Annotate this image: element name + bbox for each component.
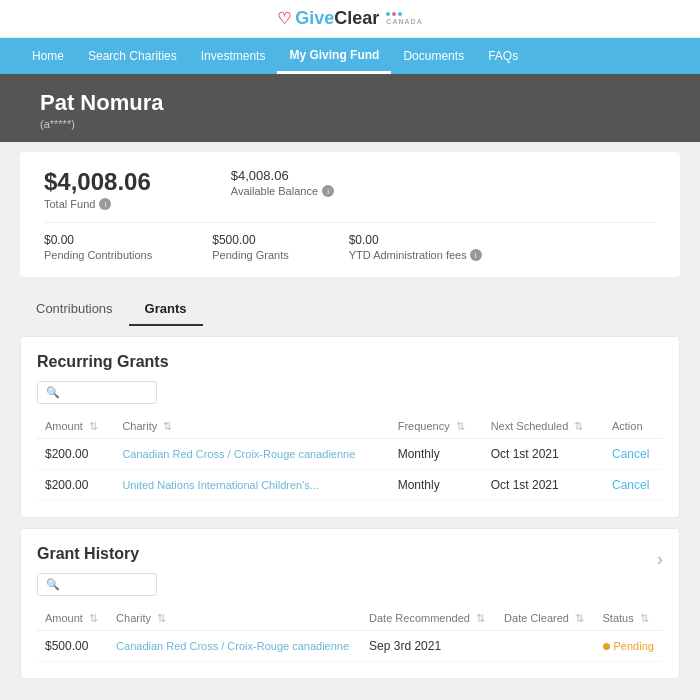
logo-tagline: CANADA: [386, 18, 422, 25]
col-charity: Charity ⇅: [114, 414, 389, 439]
sort-next-icon[interactable]: ⇅: [574, 420, 584, 430]
grant-search-icon: 🔍: [46, 578, 60, 591]
table-row: $200.00 United Nations International Chi…: [37, 470, 663, 501]
tab-grants[interactable]: Grants: [129, 293, 203, 326]
col-frequency: Frequency ⇅: [390, 414, 483, 439]
pending-grants-amount: $500.00: [212, 233, 288, 247]
row2-next-scheduled: Oct 1st 2021: [483, 470, 604, 501]
user-id: (a*****): [40, 118, 660, 130]
recurring-grants-title: Recurring Grants: [37, 353, 663, 371]
logo-dot-3: [398, 12, 402, 16]
tabs: Contributions Grants: [20, 293, 680, 326]
nav-search-charities[interactable]: Search Charities: [76, 38, 189, 74]
top-bar: ♡ GiveClear CANADA: [0, 0, 700, 38]
total-fund-info-icon[interactable]: i: [99, 198, 111, 210]
total-fund-amount: $4,008.06: [44, 168, 151, 196]
gh-row1-date-cleared: [496, 631, 594, 662]
total-fund-stat: $4,008.06 Total Fund i: [44, 168, 151, 210]
ytd-admin-fees-amount: $0.00: [349, 233, 482, 247]
sort-frequency-icon[interactable]: ⇅: [456, 420, 466, 430]
stats-container: $4,008.06 Total Fund i $4,008.06 Availab…: [20, 152, 680, 277]
available-balance-label: Available Balance i: [231, 185, 334, 197]
pending-grants-stat: $500.00 Pending Grants: [212, 233, 288, 261]
pending-contributions-amount: $0.00: [44, 233, 152, 247]
gh-row1-status: Pending: [595, 631, 663, 662]
logo-dot-2: [392, 12, 396, 16]
nav-documents[interactable]: Documents: [391, 38, 476, 74]
cancel-button-1[interactable]: Cancel: [612, 447, 649, 461]
row1-action: Cancel: [604, 439, 663, 470]
pending-grants-label: Pending Grants: [212, 249, 288, 261]
table-row: $500.00 Canadian Red Cross / Croix-Rouge…: [37, 631, 663, 662]
gh-sort-date-rec-icon[interactable]: ⇅: [476, 612, 486, 622]
row1-charity: Canadian Red Cross / Croix-Rouge canadie…: [114, 439, 389, 470]
nav-investments[interactable]: Investments: [189, 38, 278, 74]
grant-history-section: Grant History › 🔍 Amount ⇅ Charity ⇅: [20, 528, 680, 679]
gh-sort-amount-icon[interactable]: ⇅: [89, 612, 99, 622]
row1-amount: $200.00: [37, 439, 114, 470]
nav-my-giving-fund[interactable]: My Giving Fund: [277, 38, 391, 74]
gh-row1-charity: Canadian Red Cross / Croix-Rouge canadie…: [108, 631, 361, 662]
ytd-admin-fees-stat: $0.00 YTD Administration fees i: [349, 233, 482, 261]
gh-col-status: Status ⇅: [595, 606, 663, 631]
sort-charity-icon[interactable]: ⇅: [163, 420, 173, 430]
gh-sort-status-icon[interactable]: ⇅: [640, 612, 650, 622]
available-balance-amount: $4,008.06: [231, 168, 334, 183]
row2-amount: $200.00: [37, 470, 114, 501]
available-balance-info-icon[interactable]: i: [322, 185, 334, 197]
row1-frequency: Monthly: [390, 439, 483, 470]
recurring-grants-section: Recurring Grants 🔍 Amount ⇅ Charity ⇅ Fr…: [20, 336, 680, 518]
pending-contributions-label: Pending Contributions: [44, 249, 152, 261]
user-header: Pat Nomura (a*****): [0, 74, 700, 142]
logo-give: GiveClear: [295, 8, 379, 29]
gh-sort-date-cleared-icon[interactable]: ⇅: [575, 612, 585, 622]
sort-amount-icon[interactable]: ⇅: [89, 420, 99, 430]
row1-next-scheduled: Oct 1st 2021: [483, 439, 604, 470]
tab-contributions[interactable]: Contributions: [20, 293, 129, 326]
table-row: $200.00 Canadian Red Cross / Croix-Rouge…: [37, 439, 663, 470]
total-fund-label: Total Fund i: [44, 198, 151, 210]
search-icon: 🔍: [46, 386, 60, 399]
gh-sort-charity-icon[interactable]: ⇅: [157, 612, 167, 622]
gh-col-amount: Amount ⇅: [37, 606, 108, 631]
nav-home[interactable]: Home: [20, 38, 76, 74]
col-next-scheduled: Next Scheduled ⇅: [483, 414, 604, 439]
ytd-admin-fees-label: YTD Administration fees i: [349, 249, 482, 261]
col-amount: Amount ⇅: [37, 414, 114, 439]
gh-col-charity: Charity ⇅: [108, 606, 361, 631]
recurring-grants-table: Amount ⇅ Charity ⇅ Frequency ⇅ Next Sche…: [37, 414, 663, 501]
pending-dot-icon: [603, 643, 610, 650]
pending-contributions-stat: $0.00 Pending Contributions: [44, 233, 152, 261]
grant-history-search[interactable]: 🔍: [37, 573, 157, 596]
gh-row1-date-rec: Sep 3rd 2021: [361, 631, 496, 662]
row2-frequency: Monthly: [390, 470, 483, 501]
ytd-admin-info-icon[interactable]: i: [470, 249, 482, 261]
user-name: Pat Nomura: [40, 90, 660, 116]
recurring-grants-search[interactable]: 🔍: [37, 381, 157, 404]
expand-icon[interactable]: ›: [657, 549, 663, 570]
grant-history-title: Grant History: [37, 545, 139, 563]
logo: ♡ GiveClear CANADA: [277, 8, 422, 29]
row2-charity: United Nations International Children's.…: [114, 470, 389, 501]
cancel-button-2[interactable]: Cancel: [612, 478, 649, 492]
gh-col-date-cleared: Date Cleared ⇅: [496, 606, 594, 631]
row2-action: Cancel: [604, 470, 663, 501]
status-badge: Pending: [603, 640, 655, 652]
nav-faqs[interactable]: FAQs: [476, 38, 530, 74]
available-balance-stat: $4,008.06 Available Balance i: [231, 168, 334, 197]
gh-row1-amount: $500.00: [37, 631, 108, 662]
grant-history-table: Amount ⇅ Charity ⇅ Date Recommended ⇅ Da…: [37, 606, 663, 662]
gh-col-date-rec: Date Recommended ⇅: [361, 606, 496, 631]
logo-dot-1: [386, 12, 390, 16]
navigation: Home Search Charities Investments My Giv…: [0, 38, 700, 74]
logo-heart-icon: ♡: [277, 9, 291, 28]
col-action: Action: [604, 414, 663, 439]
